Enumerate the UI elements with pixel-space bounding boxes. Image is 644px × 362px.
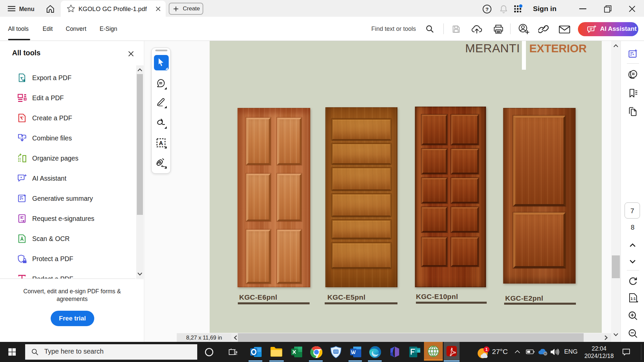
svg-text:1:1: 1:1	[631, 297, 636, 301]
svg-text:A: A	[159, 140, 163, 146]
svg-text:1: 1	[485, 347, 488, 352]
svg-text:?: ?	[485, 6, 488, 12]
